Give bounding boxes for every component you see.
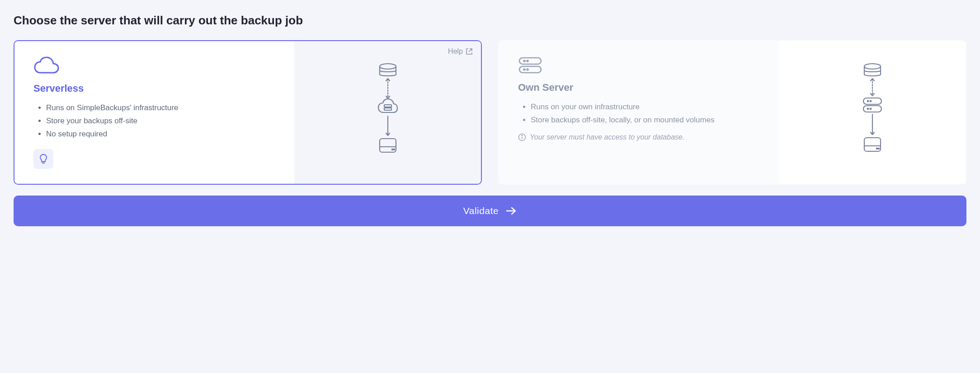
- page-heading: Choose the server that will carry out th…: [14, 14, 966, 28]
- svg-point-1: [380, 64, 396, 69]
- validate-label: Validate: [463, 205, 499, 216]
- note-text: Your server must have access to your dat…: [530, 133, 684, 141]
- own-server-content: Own Server Runs on your own infrastructu…: [499, 41, 779, 184]
- svg-point-25: [867, 108, 868, 110]
- svg-point-31: [878, 148, 879, 149]
- svg-point-19: [864, 64, 881, 69]
- lightbulb-icon[interactable]: [33, 149, 53, 169]
- option-own-server[interactable]: Own Server Runs on your own infrastructu…: [498, 40, 966, 185]
- option-cards: Serverless Runs on SimpleBackups' infras…: [14, 40, 966, 185]
- svg-point-24: [870, 101, 871, 102]
- svg-rect-22: [863, 106, 881, 112]
- svg-point-13: [527, 61, 528, 62]
- svg-point-12: [524, 61, 525, 62]
- own-server-note: Your server must have access to your dat…: [518, 133, 765, 141]
- own-server-diagram-panel: [779, 41, 966, 184]
- validate-button[interactable]: Validate: [14, 196, 966, 226]
- serverless-features: Runs on SimpleBackups' infrastructure St…: [33, 102, 281, 141]
- svg-rect-10: [519, 58, 541, 64]
- own-server-features: Runs on your own infrastructure Store ba…: [518, 101, 765, 127]
- svg-point-30: [876, 148, 877, 149]
- cloud-icon: [33, 56, 281, 77]
- serverless-content: Serverless Runs on SimpleBackups' infras…: [14, 41, 294, 184]
- svg-point-26: [870, 108, 871, 110]
- list-item: Store backups off-site, locally, or on m…: [531, 114, 765, 127]
- list-item: No setup required: [46, 128, 281, 141]
- own-server-title: Own Server: [518, 82, 765, 93]
- help-label: Help: [448, 47, 463, 56]
- svg-point-18: [522, 135, 523, 136]
- option-serverless[interactable]: Serverless Runs on SimpleBackups' infras…: [14, 40, 482, 185]
- svg-rect-11: [519, 66, 541, 73]
- svg-point-14: [524, 69, 525, 70]
- serverless-diagram: [374, 63, 401, 162]
- list-item: Store your backups off-site: [46, 115, 281, 128]
- server-icon: [518, 56, 765, 76]
- svg-rect-3: [384, 105, 391, 107]
- external-link-icon: [466, 48, 473, 55]
- serverless-diagram-panel: Help: [294, 41, 481, 184]
- svg-rect-4: [384, 108, 391, 110]
- svg-point-8: [391, 149, 392, 150]
- own-server-diagram: [859, 63, 886, 162]
- serverless-title: Serverless: [33, 83, 281, 94]
- help-link[interactable]: Help: [448, 47, 473, 56]
- svg-rect-21: [863, 98, 881, 104]
- svg-point-15: [527, 69, 528, 70]
- svg-point-23: [867, 101, 868, 102]
- svg-point-9: [393, 149, 394, 150]
- list-item: Runs on SimpleBackups' infrastructure: [46, 102, 281, 115]
- list-item: Runs on your own infrastructure: [531, 101, 765, 114]
- arrow-right-icon: [506, 207, 517, 215]
- info-icon: [518, 133, 526, 141]
